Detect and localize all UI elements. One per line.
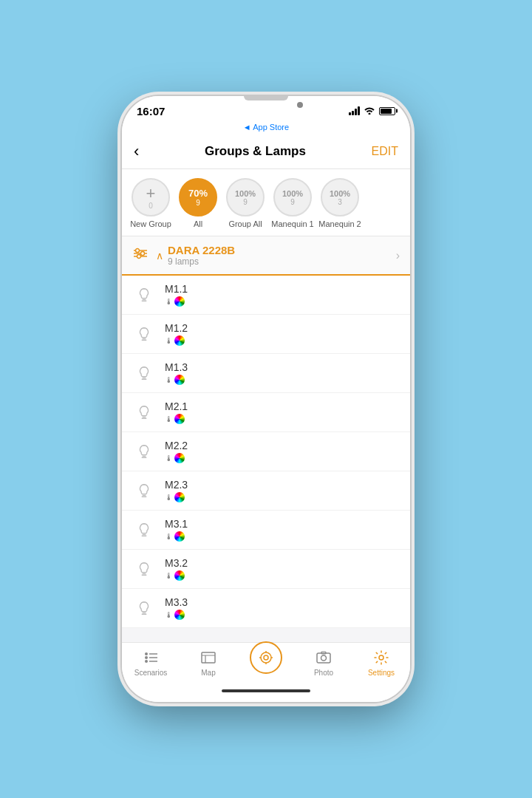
- lamp-status-icons: 🌡: [165, 414, 400, 424]
- photo-icon: [315, 649, 332, 666]
- thermometer-icon: 🌡: [165, 610, 173, 619]
- group-sublabel: 9 lamps: [168, 256, 396, 267]
- lamp-info: M3.1 🌡: [165, 518, 400, 542]
- lamp-name: M1.3: [165, 361, 400, 373]
- lamp-name: M2.3: [165, 479, 400, 491]
- scenarios-icon: [142, 649, 160, 666]
- thermometer-icon: 🌡: [165, 336, 173, 345]
- battery-icon: [379, 107, 395, 115]
- color-wheel-icon: [174, 375, 185, 385]
- svg-point-28: [145, 660, 148, 663]
- group-count-m1: 9: [290, 198, 295, 206]
- lamp-status-icons: 🌡: [165, 531, 400, 542]
- tab-label-photo: Photo: [314, 669, 333, 677]
- group-item-manequin2[interactable]: 100% 3 Manequin 2: [318, 178, 361, 228]
- group-label-new: New Group: [130, 219, 171, 228]
- lamp-info: M3.3 🌡: [165, 596, 400, 620]
- chevron-right-icon: ›: [396, 249, 400, 262]
- lamp-name: M1.2: [165, 322, 400, 334]
- edit-button[interactable]: EDIT: [372, 145, 398, 158]
- tab-label-scenarios: Scenarios: [134, 669, 167, 677]
- group-header-icon: [132, 248, 149, 263]
- svg-point-4: [141, 252, 145, 256]
- tab-settings[interactable]: Settings: [352, 649, 410, 677]
- group-item-manequin1[interactable]: 100% 9 Manequin 1: [271, 178, 314, 228]
- svg-point-40: [379, 655, 383, 660]
- app-store-bar: ◄ App Store: [122, 123, 410, 134]
- lamp-item[interactable]: M1.3 🌡: [122, 354, 410, 393]
- lamp-item[interactable]: M1.2 🌡: [122, 315, 410, 354]
- lamp-info: M1.3 🌡: [165, 361, 400, 385]
- back-button[interactable]: ‹: [134, 142, 139, 161]
- lamp-name: M1.1: [165, 283, 400, 295]
- lamp-info: M2.1 🌡: [165, 400, 400, 424]
- lamp-item[interactable]: M2.1 🌡: [122, 393, 410, 432]
- tab-photo[interactable]: Photo: [295, 649, 352, 677]
- lamp-status-icons: 🌡: [165, 610, 400, 620]
- group-percent-m2: 100%: [330, 189, 350, 198]
- group-count-groupall: 9: [243, 198, 248, 206]
- notch: [244, 96, 288, 100]
- color-wheel-icon: [174, 531, 185, 542]
- thermometer-icon: 🌡: [165, 415, 173, 423]
- group-header[interactable]: ∧ DARA 2228B 9 lamps ›: [122, 236, 410, 276]
- group-label-manequin2: Manequin 2: [318, 219, 361, 228]
- lamp-bulb-icon: [132, 283, 156, 307]
- home-button[interactable]: [250, 641, 282, 674]
- lamp-info: M1.1 🌡: [165, 283, 400, 307]
- svg-point-5: [137, 255, 141, 259]
- lamp-bulb-icon: [132, 596, 156, 620]
- group-header-info: DARA 2228B 9 lamps: [168, 244, 396, 267]
- lamp-bulb-icon: [132, 557, 156, 581]
- lamp-item[interactable]: M1.1 🌡: [122, 276, 410, 315]
- svg-point-26: [145, 656, 148, 659]
- color-wheel-icon: [174, 570, 185, 581]
- color-wheel-icon: [174, 296, 185, 307]
- lamp-bulb-icon: [132, 440, 156, 463]
- nav-bar: ‹ Groups & Lamps EDIT: [122, 134, 410, 169]
- color-wheel-icon: [174, 453, 185, 463]
- lamp-info: M3.2 🌡: [165, 557, 400, 581]
- lamp-name: M2.2: [165, 440, 400, 451]
- group-item-new[interactable]: + 0 New Group: [129, 178, 172, 228]
- svg-rect-30: [202, 652, 215, 663]
- lamp-name: M3.1: [165, 518, 400, 530]
- lamp-item[interactable]: M2.3 🌡: [122, 471, 410, 511]
- group-label-groupall: Group All: [228, 219, 262, 228]
- group-circle-new: + 0: [132, 178, 170, 216]
- status-time: 16:07: [137, 105, 165, 117]
- color-wheel-icon: [174, 492, 185, 502]
- thermometer-icon: 🌡: [165, 297, 173, 306]
- phone-shell: 16:07 ◄ App Store ‹: [122, 96, 410, 702]
- tab-scenarios[interactable]: Scenarios: [122, 649, 180, 677]
- group-percent-m1: 100%: [282, 189, 303, 198]
- group-item-all[interactable]: 70% 9 All: [177, 178, 219, 228]
- lamp-bulb-icon: [132, 479, 156, 502]
- group-label-all: All: [194, 219, 202, 228]
- svg-point-38: [321, 655, 327, 661]
- lamp-name: M2.1: [165, 400, 400, 412]
- main-content: ∧ DARA 2228B 9 lamps › M1.1 🌡: [122, 236, 410, 642]
- lamp-item[interactable]: M3.1 🌡: [122, 511, 410, 550]
- lamp-status-icons: 🌡: [165, 453, 400, 463]
- group-circle-all: 70% 9: [179, 178, 217, 216]
- lamp-bulb-icon: [132, 400, 156, 424]
- expand-icon: ∧: [156, 250, 163, 262]
- lamp-item[interactable]: M2.2 🌡: [122, 432, 410, 471]
- lamp-info: M1.2 🌡: [165, 322, 400, 346]
- tab-map[interactable]: Map: [180, 649, 237, 677]
- lamp-list: M1.1 🌡 M1.2 🌡: [122, 276, 410, 628]
- thermometer-icon: 🌡: [165, 571, 173, 580]
- group-item-groupall[interactable]: 100% 9 Group All: [224, 178, 267, 228]
- thermometer-icon: 🌡: [165, 454, 173, 463]
- lamp-item[interactable]: M3.2 🌡: [122, 550, 410, 589]
- phone-screen: 16:07 ◄ App Store ‹: [122, 96, 410, 702]
- svg-rect-37: [317, 653, 330, 663]
- tab-home[interactable]: [237, 649, 295, 677]
- group-count-all: 9: [196, 199, 200, 207]
- lamp-item[interactable]: M3.3 🌡: [122, 589, 410, 628]
- color-wheel-icon: [174, 414, 185, 424]
- lamp-status-icons: 🌡: [165, 335, 400, 346]
- group-label-manequin1: Manequin 1: [271, 219, 314, 228]
- lamp-status-icons: 🌡: [165, 296, 400, 307]
